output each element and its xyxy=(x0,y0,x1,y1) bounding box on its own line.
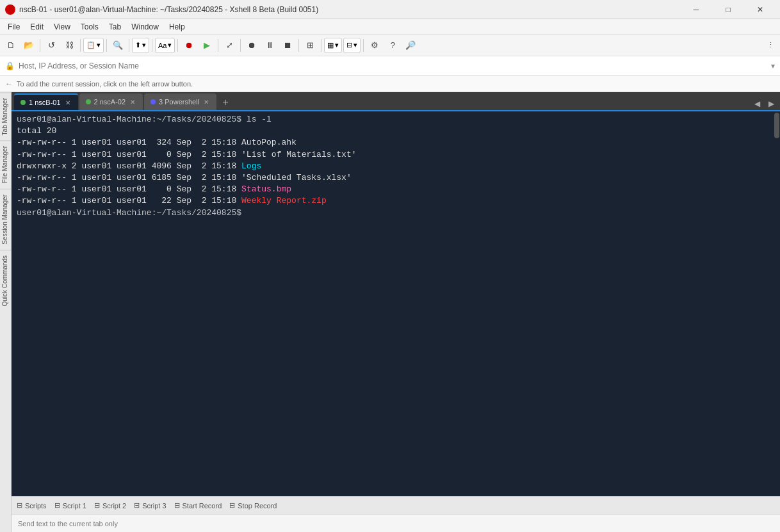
status-bar: ⊟ Scripts ⊟ Script 1 ⊟ Script 2 ⊟ Script… xyxy=(12,496,780,514)
fullscreen-button[interactable]: ⤢ xyxy=(221,37,238,54)
tab-label-2: 2 nscA-02 xyxy=(94,98,126,106)
tab-nscb01[interactable]: 1 nscB-01 ✕ xyxy=(14,93,78,110)
pause-button[interactable]: ⏸ xyxy=(261,37,278,54)
stop-record-icon: ⊟ xyxy=(229,501,235,510)
minimize-button[interactable]: ─ xyxy=(681,0,711,19)
tab-dot-3 xyxy=(150,99,156,104)
toolbar-sep-4 xyxy=(129,39,129,52)
toolbar-sep-2 xyxy=(80,39,81,52)
tab-label-3: 3 Powershell xyxy=(159,98,199,106)
sidebar-item-tab-manager[interactable]: Tab Manager xyxy=(0,92,11,140)
tab-nsca02[interactable]: 2 nscA-02 ✕ xyxy=(79,93,143,110)
stop-record-button[interactable]: ⊟ Stop Record xyxy=(229,501,277,510)
tab-prev-button[interactable]: ◀ xyxy=(751,97,763,110)
layout-button[interactable]: ⊞ xyxy=(302,37,318,54)
menu-tools[interactable]: Tools xyxy=(76,21,104,33)
address-input[interactable] xyxy=(19,61,767,70)
arrow-icon: ← xyxy=(5,79,13,88)
tab-nav: ◀ ▶ xyxy=(751,97,777,110)
terminal-line-2: total 20 xyxy=(17,125,768,137)
toolbar-more-button[interactable]: ⋮ xyxy=(763,37,777,54)
script3-label: Script 3 xyxy=(142,502,166,510)
tab-next-button[interactable]: ▶ xyxy=(765,97,777,110)
terminal-line-3: -rw-rw-r-- 1 user01 user01 324 Sep 2 15:… xyxy=(17,137,768,149)
menu-view[interactable]: View xyxy=(49,21,76,33)
lock-icon: 🔒 xyxy=(5,61,15,70)
sidebar-item-file-manager[interactable]: File Manager xyxy=(0,140,11,188)
script3-button[interactable]: ⊟ Script 3 xyxy=(134,501,166,510)
stop-button[interactable]: ⏹ xyxy=(279,37,296,54)
title-bar: nscB-01 - user01@alan-Virtual-Machine: ~… xyxy=(0,0,780,19)
tab-close-1[interactable]: ✕ xyxy=(64,99,72,106)
scripts-button[interactable]: ⊟ Scripts xyxy=(17,501,47,510)
scripts-icon: ⊟ xyxy=(17,501,22,510)
terminal-line-1: user01@alan-Virtual-Machine:~/Tasks/2024… xyxy=(17,114,768,125)
address-dropdown-button[interactable]: ▾ xyxy=(771,61,775,70)
script2-label: Script 2 xyxy=(102,502,126,510)
script3-icon: ⊟ xyxy=(134,501,140,510)
pane-dropdown[interactable]: ▦▾ xyxy=(324,38,342,53)
tab-add-button[interactable]: + xyxy=(218,95,233,110)
reconnect-button[interactable]: ↺ xyxy=(43,37,60,54)
toolbar-sep-8 xyxy=(240,39,241,52)
new-session-button[interactable]: 🗋 xyxy=(3,37,19,54)
maximize-button[interactable]: □ xyxy=(713,0,743,19)
tab-close-3[interactable]: ✕ xyxy=(202,99,210,106)
app-icon xyxy=(5,4,15,15)
terminal-line-7: -rw-rw-r-- 1 user01 user01 0 Sep 2 15:18… xyxy=(17,184,768,195)
session-hint: ← To add the current session, click on t… xyxy=(0,76,780,92)
terminal-line-4: -rw-rw-r-- 1 user01 user01 0 Sep 2 15:18… xyxy=(17,149,768,161)
script1-icon: ⊟ xyxy=(54,501,60,510)
tab-dropdown[interactable]: ⊟▾ xyxy=(343,38,361,53)
menu-bar: File Edit View Tools Tab Window Help xyxy=(0,19,780,35)
search-toolbar-button[interactable]: 🔎 xyxy=(402,37,419,54)
terminal-line-5: drwxrwxr-x 2 user01 user01 4096 Sep 2 15… xyxy=(17,161,768,172)
toolbar-sep-6 xyxy=(177,39,178,52)
font-dropdown[interactable]: Aa▾ xyxy=(155,38,175,53)
menu-tab[interactable]: Tab xyxy=(104,21,126,33)
terminal-wrapper: 1 nscB-01 ✕ 2 nscA-02 ✕ 3 Powershell ✕ +… xyxy=(12,92,780,532)
terminal-content[interactable]: user01@alan-Virtual-Machine:~/Tasks/2024… xyxy=(12,111,774,496)
find-button[interactable]: 🔍 xyxy=(110,37,126,54)
stop-record-label: Stop Record xyxy=(238,502,277,510)
start-record-button[interactable]: ⊟ Start Record xyxy=(174,501,222,510)
tab-dot-2 xyxy=(86,99,91,104)
terminal-scrollbar[interactable] xyxy=(774,111,780,496)
stop-record-red-button[interactable]: ⏺ xyxy=(181,37,197,54)
script2-button[interactable]: ⊟ Script 2 xyxy=(94,501,126,510)
menu-window[interactable]: Window xyxy=(126,21,164,33)
open-button[interactable]: 📂 xyxy=(20,37,37,54)
tab-label-1: 1 nscB-01 xyxy=(29,99,61,106)
toolbar-sep-3 xyxy=(106,39,107,52)
toolbar-sep-1 xyxy=(40,39,40,52)
disconnect-button[interactable]: ⛓ xyxy=(61,37,77,54)
settings-button[interactable]: ⚙ xyxy=(366,37,383,54)
script1-button[interactable]: ⊟ Script 1 xyxy=(54,501,86,510)
scripts-label: Scripts xyxy=(25,502,47,510)
session-hint-text: To add the current session, click on the… xyxy=(17,80,193,88)
close-button[interactable]: ✕ xyxy=(745,0,775,19)
toolbar: 🗋 📂 ↺ ⛓ 📋▾ 🔍 ⬆▾ Aa▾ ⏺ ▶ ⤢ ⏺ ⏸ ⏹ ⊞ ▦▾ ⊟▾ … xyxy=(0,35,780,56)
play-green-button[interactable]: ▶ xyxy=(199,37,215,54)
menu-edit[interactable]: Edit xyxy=(25,21,49,33)
session-dropdown[interactable]: 📋▾ xyxy=(83,38,104,53)
title-text: nscB-01 - user01@alan-Virtual-Machine: ~… xyxy=(19,5,681,14)
menu-file[interactable]: File xyxy=(3,21,25,33)
toolbar-sep-5 xyxy=(152,39,152,52)
menu-help[interactable]: Help xyxy=(164,21,190,33)
tab-close-2[interactable]: ✕ xyxy=(129,99,136,106)
window-controls: ─ □ ✕ xyxy=(681,0,775,19)
record-button[interactable]: ⏺ xyxy=(243,37,260,54)
sidebar-item-session-manager[interactable]: Session Manager xyxy=(0,189,11,250)
address-bar: 🔒 ▾ xyxy=(0,56,780,76)
transfer-dropdown[interactable]: ⬆▾ xyxy=(132,38,149,53)
sidebar-item-quick-commands[interactable]: Quick Commands xyxy=(0,250,11,311)
help-button[interactable]: ? xyxy=(384,37,401,54)
tab-powershell[interactable]: 3 Powershell ✕ xyxy=(144,93,216,110)
tab-bar: 1 nscB-01 ✕ 2 nscA-02 ✕ 3 Powershell ✕ +… xyxy=(12,92,780,111)
send-input[interactable] xyxy=(18,520,774,528)
toolbar-sep-7 xyxy=(218,39,218,52)
terminal-line-9: user01@alan-Virtual-Machine:~/Tasks/2024… xyxy=(17,207,768,219)
scroll-thumb[interactable] xyxy=(774,113,779,138)
toolbar-sep-11 xyxy=(363,39,364,52)
